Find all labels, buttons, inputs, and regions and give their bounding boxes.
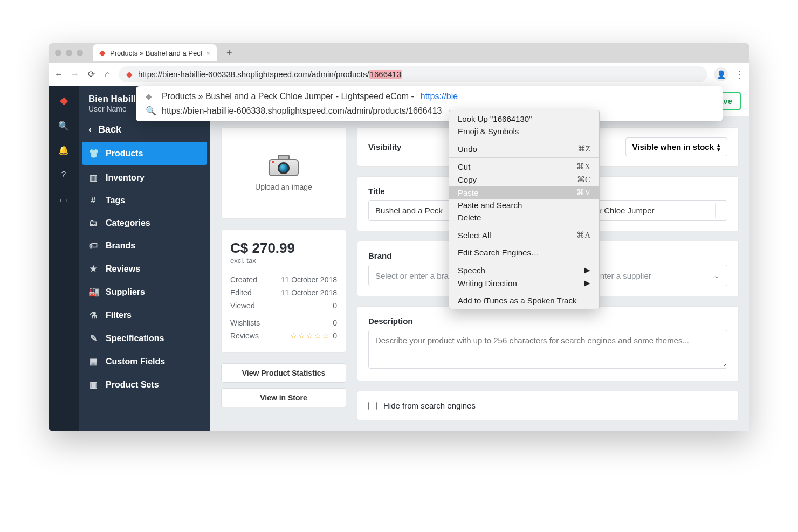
home-icon[interactable]: ⌂ — [102, 70, 112, 79]
filter-icon: ⚗ — [88, 310, 98, 320]
price-card: C$ 270.99 excl. tax Created11 October 20… — [221, 230, 346, 353]
close-dot[interactable] — [55, 50, 61, 56]
browser-menu-icon[interactable]: ⋮ — [734, 68, 744, 80]
sets-icon: ▣ — [88, 379, 98, 390]
menu-edit-search-engines[interactable]: Edit Search Engines… — [449, 246, 599, 259]
help-icon[interactable]: ？ — [59, 169, 68, 181]
suggestion-row[interactable]: 🔍 https://bien-habillie-606338.shoplight… — [136, 103, 723, 118]
hide-search-checkbox[interactable] — [368, 402, 377, 410]
meta-value: 0 — [333, 319, 337, 327]
meta-label: Edited — [230, 288, 252, 297]
sidebar-item-label: Inventory — [106, 173, 145, 183]
sidebar-item-tags[interactable]: #Tags — [79, 189, 210, 212]
suggestion-link: https://bie — [421, 92, 458, 101]
minimize-dot[interactable] — [66, 50, 72, 56]
menu-lookup[interactable]: Look Up "16664130" — [449, 113, 599, 125]
sidebar-item-label: Custom Fields — [106, 357, 165, 367]
browser-chrome: ◆ Products » Bushel and a Peck × + ← → ⟳… — [49, 43, 749, 86]
description-label: Description — [368, 316, 727, 326]
meta-label: Reviews — [230, 331, 259, 340]
sidebar-item-label: Specifications — [106, 334, 164, 343]
new-tab-button[interactable]: + — [226, 47, 232, 59]
zoom-dot[interactable] — [77, 50, 83, 56]
sidebar-item-label: Suppliers — [106, 287, 145, 297]
camera-icon — [269, 155, 299, 176]
icon-rail: ◆ 🔍 🔔 ？ ▭ — [49, 86, 79, 431]
menu-speech[interactable]: Speech▶ — [449, 264, 599, 277]
suggestion-row[interactable]: ◆ Products » Bushel and a Peck Chloe Jum… — [136, 89, 723, 103]
menu-cut[interactable]: Cut⌘X — [449, 160, 599, 173]
close-tab-icon[interactable]: × — [206, 49, 210, 57]
browser-toolbar: ← → ⟳ ⌂ ◆ https://bien-habillie-606338.s… — [49, 63, 749, 86]
meta-label: Viewed — [230, 301, 255, 310]
shirt-icon: 👕 — [88, 148, 98, 158]
context-menu: Look Up "16664130" Emoji & Symbols Undo⌘… — [449, 110, 600, 309]
url-prefix: https://bien-habillie-606338.shoplightsp… — [138, 70, 369, 79]
supplier-icon: 🏭 — [88, 287, 98, 297]
view-in-store-button[interactable]: View in Store — [221, 388, 346, 407]
sidebar-item-categories[interactable]: 🗂Categories — [79, 212, 210, 234]
search-icon: 🔍 — [146, 106, 155, 116]
omnibox-suggestions: ◆ Products » Bushel and a Peck Chloe Jum… — [136, 86, 723, 121]
sidebar-item-custom-fields[interactable]: ▦Custom Fields — [79, 350, 210, 373]
folder-icon: 🗂 — [88, 218, 98, 228]
chevron-updown-icon: ▴▾ — [717, 143, 720, 151]
suggestion-text: https://bien-habillie-606338.shoplightsp… — [162, 106, 442, 116]
menu-select-all[interactable]: Select All⌘A — [449, 229, 599, 241]
tools-icon: ✎ — [88, 333, 98, 343]
sidebar-item-label: Products — [106, 149, 143, 158]
sidebar-item-inventory[interactable]: ▥Inventory — [79, 166, 210, 189]
upload-image-card[interactable]: Upload an image — [221, 127, 346, 219]
sidebar-item-brands[interactable]: 🏷Brands — [79, 234, 210, 257]
left-column: Upload an image C$ 270.99 excl. tax Crea… — [221, 127, 346, 420]
site-icon: ◆ — [126, 70, 133, 79]
back-icon[interactable]: ← — [54, 70, 64, 79]
browser-window: ◆ Products » Bushel and a Peck × + ← → ⟳… — [49, 43, 749, 431]
url-selection: 1666413 — [369, 70, 402, 79]
lightspeed-logo-icon[interactable]: ◆ — [60, 94, 68, 107]
menu-emoji[interactable]: Emoji & Symbols — [449, 125, 599, 137]
chevron-down-icon: ⌄ — [713, 271, 720, 280]
hash-icon: # — [88, 196, 98, 205]
menu-delete[interactable]: Delete — [449, 211, 599, 224]
meta-value: 0 — [333, 331, 337, 340]
menu-itunes[interactable]: Add to iTunes as a Spoken Track — [449, 294, 599, 307]
menu-writing-direction[interactable]: Writing Direction▶ — [449, 277, 599, 289]
sidebar-item-suppliers[interactable]: 🏭Suppliers — [79, 280, 210, 303]
meta-label: Wishlists — [230, 319, 260, 327]
brand-placeholder: Select or enter a brand — [375, 271, 458, 280]
sidebar-item-reviews[interactable]: ★Reviews — [79, 257, 210, 280]
sidebar-item-label: Filters — [106, 310, 132, 320]
sidebar-item-products[interactable]: 👕Products — [82, 142, 207, 165]
sidebar-item-label: Product Sets — [106, 380, 159, 390]
star-icon: ★ — [88, 264, 98, 274]
view-statistics-button[interactable]: View Product Statistics — [221, 363, 346, 383]
menu-undo[interactable]: Undo⌘Z — [449, 142, 599, 155]
menu-copy[interactable]: Copy⌘C — [449, 173, 599, 186]
forward-icon[interactable]: → — [70, 70, 80, 79]
suggestion-text: Products » Bushel and a Peck Chloe Jumpe… — [162, 92, 414, 101]
profile-avatar[interactable]: 👤 — [714, 67, 728, 81]
back-link[interactable]: ‹ Back — [79, 119, 210, 141]
visibility-toggle[interactable]: Visible when in stock ▴▾ — [625, 137, 727, 156]
browser-tab[interactable]: ◆ Products » Bushel and a Peck × — [93, 44, 217, 61]
store-icon[interactable]: ▭ — [60, 195, 68, 205]
meta-value: 11 October 2018 — [281, 275, 337, 284]
sidebar-item-specifications[interactable]: ✎Specifications — [79, 327, 210, 350]
search-icon[interactable]: 🔍 — [58, 121, 69, 131]
description-textarea[interactable] — [368, 330, 727, 369]
meta-label: Created — [230, 275, 257, 284]
sidebar-item-label: Reviews — [106, 264, 140, 274]
app-body: ◆ 🔍 🔔 ？ ▭ Bien Habill User Name ‹ Back 👕… — [49, 86, 749, 431]
sidebar-item-filters[interactable]: ⚗Filters — [79, 303, 210, 327]
reload-icon[interactable]: ⟳ — [86, 69, 96, 79]
sidebar-item-label: Brands — [106, 241, 135, 251]
price-value: C$ 270.99 — [230, 240, 337, 257]
sidebar-item-label: Categories — [106, 218, 150, 228]
description-section: Description — [357, 306, 739, 381]
menu-paste[interactable]: Paste⌘V — [449, 186, 599, 199]
sidebar-item-product-sets[interactable]: ▣Product Sets — [79, 373, 210, 396]
menu-paste-search[interactable]: Paste and Search — [449, 199, 599, 211]
address-bar[interactable]: ◆ https://bien-habillie-606338.shoplight… — [119, 66, 707, 82]
bell-icon[interactable]: 🔔 — [58, 145, 69, 155]
